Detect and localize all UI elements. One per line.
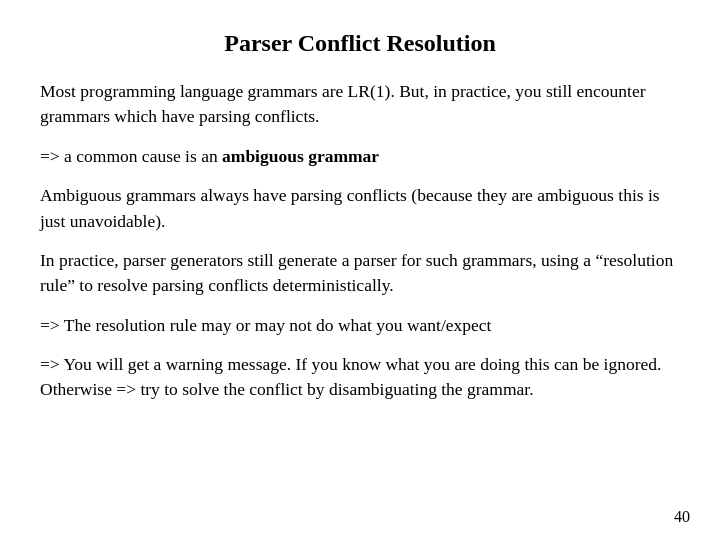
paragraph-2: => a common cause is an ambiguous gramma… <box>40 144 680 169</box>
paragraph-2-bold: ambiguous grammar <box>222 146 379 166</box>
paragraph-1-text: Most programming language grammars are L… <box>40 81 646 126</box>
paragraph-5: => The resolution rule may or may not do… <box>40 313 680 338</box>
paragraph-3: Ambiguous grammars always have parsing c… <box>40 183 680 234</box>
paragraph-4-text: In practice, parser generators still gen… <box>40 250 673 295</box>
paragraph-1: Most programming language grammars are L… <box>40 79 680 130</box>
slide-body: Most programming language grammars are L… <box>40 79 680 520</box>
paragraph-6-text: => You will get a warning message. If yo… <box>40 354 661 399</box>
paragraph-6: => You will get a warning message. If yo… <box>40 352 680 403</box>
paragraph-3-text: Ambiguous grammars always have parsing c… <box>40 185 660 230</box>
slide-title: Parser Conflict Resolution <box>40 30 680 57</box>
paragraph-4: In practice, parser generators still gen… <box>40 248 680 299</box>
slide-container: Parser Conflict Resolution Most programm… <box>0 0 720 540</box>
page-number: 40 <box>674 508 690 526</box>
paragraph-5-text: => The resolution rule may or may not do… <box>40 315 491 335</box>
paragraph-2-prefix: => a common cause is an <box>40 146 222 166</box>
